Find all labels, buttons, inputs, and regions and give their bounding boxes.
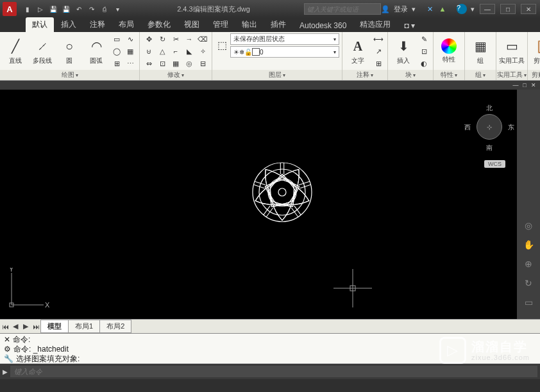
tab-layout1[interactable]: 布局1 [68, 320, 100, 333]
user-icon[interactable]: 👤 [381, 5, 390, 13]
tab-default[interactable]: 默认 [26, 17, 54, 32]
wcs-badge[interactable]: WCS [484, 160, 505, 168]
command-input[interactable] [10, 366, 537, 377]
text-button[interactable]: A文字 [345, 33, 371, 69]
layer-current-select[interactable]: ☀ ❄ 🔓 0 ▾ [230, 46, 339, 58]
fillet-icon[interactable]: ⌐ [169, 45, 182, 57]
next-tab-icon[interactable]: ▶ [21, 322, 31, 332]
qat-print-icon[interactable]: ⎙ [99, 3, 110, 15]
erase-icon[interactable]: ⌫ [196, 33, 209, 45]
more-draw-icon[interactable]: ⊞ [110, 58, 123, 69]
tab-a360[interactable]: Autodesk 360 [293, 19, 353, 32]
more2-icon[interactable]: ⋯ [124, 58, 137, 69]
hatch-icon[interactable]: ▦ [124, 45, 137, 57]
scale-icon[interactable]: ⊡ [156, 58, 169, 69]
extend-icon[interactable]: → [183, 33, 196, 45]
tab-view[interactable]: 视图 [178, 17, 206, 32]
tab-insert[interactable]: 插入 [55, 17, 83, 32]
showmotion-icon[interactable]: ▭ [521, 295, 536, 310]
insert-block-button[interactable]: ⬇插入 [391, 33, 416, 69]
tab-annotate[interactable]: 注释 [83, 17, 112, 32]
login-link[interactable]: 登录 [394, 4, 408, 14]
prev-tab-icon[interactable]: ◀ [10, 322, 21, 332]
group-draw-title[interactable]: 绘图▾ [0, 70, 139, 80]
maximize-button[interactable]: □ [500, 4, 516, 14]
attr-icon[interactable]: ◐ [418, 58, 430, 69]
mirror-icon[interactable]: △ [156, 45, 169, 57]
circle-button[interactable]: ○圆 [56, 33, 82, 69]
group-group-title[interactable]: 组▾ [465, 70, 496, 80]
drawing-canvas[interactable]: X Y 北 西 东 南 ⊹ WCS [0, 90, 517, 319]
layer-props-icon[interactable]: ⬚ [215, 33, 229, 56]
tab-output[interactable]: 输出 [235, 17, 264, 32]
qat-new-icon[interactable]: ▮ [22, 3, 33, 15]
autodesk-icon[interactable]: ▲ [437, 4, 448, 14]
exchange-icon[interactable]: ✕ [425, 4, 435, 14]
copy-icon[interactable]: ⊍ [142, 45, 155, 57]
close-button[interactable]: ✕ [521, 4, 536, 14]
tab-manage[interactable]: 管理 [207, 17, 235, 32]
group-annotate-title[interactable]: 注释▾ [342, 70, 387, 80]
utilities-button[interactable]: ▭实用工具 [499, 33, 525, 69]
nav-wheel-icon[interactable]: ◎ [521, 218, 536, 233]
array-icon[interactable]: ▦ [169, 58, 182, 69]
stretch-icon[interactable]: ⇔ [142, 58, 155, 69]
chamfer-icon[interactable]: ◣ [183, 45, 196, 57]
tab-expand-icon[interactable]: ◘ ▾ [398, 19, 421, 32]
login-dropdown-icon[interactable]: ▾ [412, 5, 416, 13]
view-cube[interactable]: 北 西 东 南 ⊹ [467, 105, 512, 156]
group-block-title[interactable]: 块▾ [388, 70, 433, 80]
group-clipboard-title[interactable]: 剪贴板▾ [528, 70, 540, 80]
tab-parametric[interactable]: 参数化 [141, 17, 177, 32]
table-icon[interactable]: ⊞ [372, 58, 385, 69]
leader-icon[interactable]: ↗ [372, 45, 385, 57]
qat-more-icon[interactable]: ▾ [112, 3, 123, 15]
tab-featured[interactable]: 精选应用 [353, 17, 397, 32]
first-tab-icon[interactable]: ⏮ [0, 322, 10, 332]
qat-save-icon[interactable]: 💾 [47, 3, 59, 15]
qat-open-icon[interactable]: ▷ [35, 3, 46, 15]
polyline-button[interactable]: ⟋多段线 [30, 33, 55, 69]
align-icon[interactable]: ⊟ [196, 58, 209, 69]
help-dropdown-icon[interactable]: ▾ [471, 5, 475, 13]
rotate-icon[interactable]: ↻ [156, 33, 169, 45]
group-modify-title[interactable]: 修改▾ [140, 70, 212, 80]
tab-model[interactable]: 模型 [40, 320, 69, 333]
tab-layout[interactable]: 布局 [112, 17, 140, 32]
spline-icon[interactable]: ∿ [124, 33, 137, 45]
edit-block-icon[interactable]: ⊡ [418, 45, 430, 57]
rect-icon[interactable]: ▭ [110, 33, 123, 45]
doc-minimize-button[interactable]: — [512, 82, 519, 88]
group-button[interactable]: ▦组 [468, 33, 493, 69]
app-icon[interactable]: A [3, 2, 17, 16]
offset-icon[interactable]: ◎ [183, 58, 196, 69]
tab-layout2[interactable]: 布局2 [99, 320, 131, 333]
qat-saveas-icon[interactable]: 💾 [60, 3, 72, 15]
line-button[interactable]: ╱直线 [3, 33, 28, 69]
arc-button[interactable]: ◠圆弧 [83, 33, 109, 69]
group-layer-title[interactable]: 图层▾ [212, 70, 342, 80]
qat-redo-icon[interactable]: ↷ [86, 3, 97, 15]
dim-linear-icon[interactable]: ⟷ [372, 33, 385, 45]
create-block-icon[interactable]: ✎ [418, 33, 430, 45]
help-icon[interactable]: ? [457, 4, 467, 14]
search-input[interactable] [304, 3, 381, 15]
ellipse-icon[interactable]: ◯ [110, 45, 123, 57]
move-icon[interactable]: ✥ [142, 33, 155, 45]
explode-icon[interactable]: ✧ [196, 45, 209, 57]
doc-maximize-button[interactable]: □ [521, 82, 528, 88]
zoom-icon[interactable]: ⊕ [521, 256, 536, 272]
layer-state-select[interactable]: 未保存的图层状态▾ [230, 33, 339, 45]
last-tab-icon[interactable]: ⏭ [31, 322, 41, 332]
group-properties-title[interactable]: 特性▾ [434, 70, 464, 80]
properties-button[interactable]: 特性 [436, 33, 462, 69]
orbit-icon[interactable]: ↻ [521, 275, 536, 291]
command-history[interactable]: ✕命令: ⚙命令: _hatchedit 🔧选择图案填充对象: [0, 334, 540, 364]
doc-close-button[interactable]: ✕ [530, 82, 537, 88]
qat-undo-icon[interactable]: ↶ [73, 3, 85, 15]
tab-plugins[interactable]: 插件 [264, 17, 292, 32]
pan-icon[interactable]: ✋ [521, 237, 536, 252]
group-utilities-title[interactable]: 实用工具▾ [496, 70, 527, 80]
minimize-button[interactable]: — [480, 4, 495, 14]
trim-icon[interactable]: ✂ [169, 33, 182, 45]
